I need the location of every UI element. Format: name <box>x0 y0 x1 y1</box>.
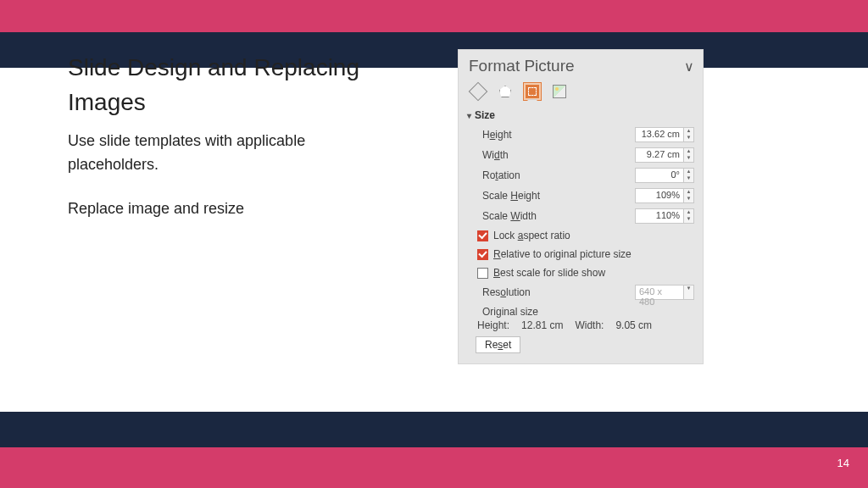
fill-icon <box>469 82 488 102</box>
tab-effects[interactable] <box>496 82 515 101</box>
relative-size-label: Relative to original picture size <box>493 248 632 260</box>
height-label: Height <box>482 129 635 141</box>
height-value[interactable]: 13.62 cm <box>635 127 684 142</box>
picture-icon <box>553 85 566 98</box>
panel-tab-row <box>467 82 694 104</box>
slide-body: Slide Design and Replacing Images Use sl… <box>68 51 381 241</box>
resolution-value: 640 x 480 <box>635 285 684 300</box>
width-value[interactable]: 9.27 cm <box>635 147 684 163</box>
rotation-label: Rotation <box>482 169 635 181</box>
rotation-row: Rotation 0° ▲▼ <box>467 165 694 186</box>
height-spinner[interactable]: 13.62 cm ▲▼ <box>635 127 694 142</box>
dropdown-arrow: ▼ <box>684 285 694 300</box>
spin-down-icon[interactable]: ▼ <box>684 175 693 182</box>
spin-down-icon[interactable]: ▼ <box>684 135 693 141</box>
top-swoosh-pink <box>0 0 868 32</box>
orig-width-label: Width: <box>575 319 604 331</box>
page-number: 14 <box>837 457 849 469</box>
scale-width-spin-arrows[interactable]: ▲▼ <box>684 208 694 224</box>
spin-up-icon[interactable]: ▲ <box>684 209 693 216</box>
scale-height-label: Scale Height <box>482 190 635 202</box>
slide-para-2: Replace image and resize <box>68 197 381 221</box>
reset-row: Reset <box>467 331 694 355</box>
width-spin-arrows[interactable]: ▲▼ <box>684 147 694 163</box>
scale-width-label: Scale Width <box>482 210 635 222</box>
tab-size-properties[interactable] <box>523 82 542 101</box>
chevron-down-icon: ▼ <box>684 286 693 299</box>
resolution-row: Resolution 640 x 480 ▼ <box>467 282 694 302</box>
width-row: Width 9.27 cm ▲▼ <box>467 145 694 165</box>
lock-aspect-row: Lock aspect ratio <box>467 226 694 245</box>
section-chevron-icon: ▾ <box>467 111 471 120</box>
panel-header: Format Picture ∨ <box>467 55 694 82</box>
scale-height-spin-arrows[interactable]: ▲▼ <box>684 188 694 203</box>
spin-up-icon[interactable]: ▲ <box>684 128 693 135</box>
rotation-spinner[interactable]: 0° ▲▼ <box>635 168 694 183</box>
lock-aspect-label: Lock aspect ratio <box>493 230 570 241</box>
spin-up-icon[interactable]: ▲ <box>684 148 693 155</box>
resolution-dropdown: 640 x 480 ▼ <box>635 285 694 300</box>
lock-aspect-checkbox[interactable] <box>477 230 488 241</box>
tab-picture[interactable] <box>550 82 569 101</box>
effects-icon <box>499 86 511 97</box>
spin-down-icon[interactable]: ▼ <box>684 155 693 162</box>
spin-down-icon[interactable]: ▼ <box>684 196 693 202</box>
height-row: Height 13.62 cm ▲▼ <box>467 125 694 145</box>
spin-down-icon[interactable]: ▼ <box>684 216 693 223</box>
relative-size-row: Relative to original picture size <box>467 245 694 263</box>
spin-up-icon[interactable]: ▲ <box>684 189 693 196</box>
format-picture-panel: Format Picture ∨ ▾ Size Height 13.62 cm … <box>458 49 704 364</box>
rotation-spin-arrows[interactable]: ▲▼ <box>684 168 694 183</box>
scale-width-spinner[interactable]: 110% ▲▼ <box>635 208 694 224</box>
panel-collapse-button[interactable]: ∨ <box>684 58 694 75</box>
orig-width-value: 9.05 cm <box>615 319 652 331</box>
scale-width-row: Scale Width 110% ▲▼ <box>467 206 694 226</box>
scale-width-value[interactable]: 110% <box>635 208 684 224</box>
slide-para-1: Use slide templates with applicable plac… <box>68 130 381 177</box>
scale-height-row: Scale Height 109% ▲▼ <box>467 186 694 206</box>
section-size-header[interactable]: ▾ Size <box>467 104 694 125</box>
best-scale-label: Best scale for slide show <box>493 267 605 279</box>
width-label: Width <box>482 149 635 161</box>
panel-title: Format Picture <box>469 57 575 75</box>
orig-height-value: 12.81 cm <box>521 319 563 331</box>
size-properties-icon <box>526 85 539 98</box>
rotation-value[interactable]: 0° <box>635 168 684 183</box>
relative-size-checkbox[interactable] <box>477 249 488 260</box>
slide-title: Slide Design and Replacing Images <box>68 51 381 119</box>
scale-height-value[interactable]: 109% <box>635 188 684 203</box>
scale-height-spinner[interactable]: 109% ▲▼ <box>635 188 694 203</box>
original-size-label: Original size <box>467 302 694 319</box>
section-size-label: Size <box>475 109 495 121</box>
orig-height-label: Height: <box>477 319 509 331</box>
height-spin-arrows[interactable]: ▲▼ <box>684 127 694 142</box>
reset-button[interactable]: Reset <box>476 336 520 353</box>
spin-up-icon[interactable]: ▲ <box>684 169 693 175</box>
width-spinner[interactable]: 9.27 cm ▲▼ <box>635 147 694 163</box>
resolution-label: Resolution <box>482 286 635 298</box>
bottom-swoosh-pink <box>0 447 868 488</box>
best-scale-row: Best scale for slide show <box>467 263 694 282</box>
best-scale-checkbox[interactable] <box>477 268 488 279</box>
original-size-values: Height: 12.81 cm Width: 9.05 cm <box>467 319 694 331</box>
tab-fill[interactable] <box>469 82 487 101</box>
